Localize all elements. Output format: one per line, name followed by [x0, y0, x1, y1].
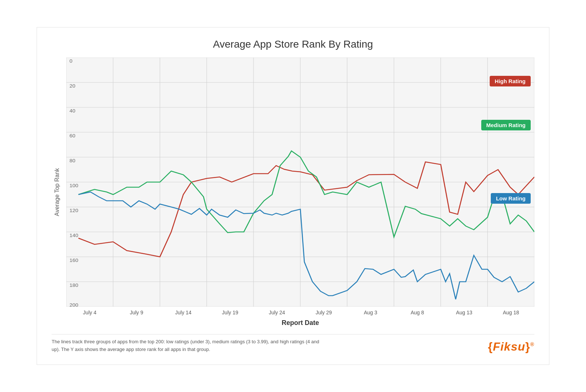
- svg-text:180: 180: [70, 283, 78, 288]
- chart-title: Average App Store Rank By Rating: [52, 38, 534, 50]
- x-label-aug13: Aug 13: [441, 310, 487, 315]
- x-label-july29: July 29: [300, 310, 347, 315]
- grid-area: 0 20 40 60 80 100 120 140 160 180 200: [66, 58, 534, 307]
- chart-area: Average Top Rank: [52, 58, 534, 327]
- x-label-july14: July 14: [160, 310, 207, 315]
- low-rating-line: [78, 192, 534, 299]
- chart-container: Average App Store Rank By Rating Average…: [37, 27, 549, 365]
- y-axis-label: Average Top Rank: [52, 58, 63, 327]
- footer-description: The lines track three groups of apps fro…: [52, 338, 326, 354]
- svg-text:0: 0: [70, 59, 73, 64]
- chart-svg: 0 20 40 60 80 100 120 140 160 180 200: [66, 58, 534, 307]
- x-label-aug3: Aug 3: [347, 310, 394, 315]
- legend-high-rating: High Rating: [490, 76, 531, 86]
- x-axis: July 4 July 9 July 14 July 19 July 24 Ju…: [66, 310, 534, 315]
- x-label-aug18: Aug 18: [487, 310, 534, 315]
- svg-text:120: 120: [70, 208, 78, 213]
- high-rating-line: [78, 162, 534, 257]
- legend-medium-rating: Medium Rating: [481, 120, 531, 130]
- x-label-july24: July 24: [253, 310, 300, 315]
- x-label-july9: July 9: [113, 310, 160, 315]
- footer: The lines track three groups of apps fro…: [52, 334, 534, 354]
- svg-text:160: 160: [70, 258, 78, 263]
- svg-text:140: 140: [70, 233, 78, 238]
- x-axis-title: Report Date: [66, 319, 534, 327]
- legend-low-rating: Low Rating: [491, 193, 531, 204]
- svg-text:20: 20: [70, 84, 75, 89]
- svg-text:60: 60: [70, 133, 75, 138]
- x-label-july19: July 19: [207, 310, 253, 315]
- svg-text:100: 100: [70, 183, 78, 188]
- chart-inner: 0 20 40 60 80 100 120 140 160 180 200: [66, 58, 534, 327]
- svg-text:200: 200: [70, 303, 78, 307]
- svg-text:80: 80: [70, 158, 75, 163]
- fiksu-logo-text: {Fiksu}®: [488, 340, 534, 353]
- medium-rating-line: [78, 151, 534, 237]
- svg-text:40: 40: [70, 108, 75, 114]
- x-label-aug8: Aug 8: [394, 310, 441, 315]
- fiksu-logo: {Fiksu}®: [488, 340, 534, 354]
- x-label-july4: July 4: [66, 310, 113, 315]
